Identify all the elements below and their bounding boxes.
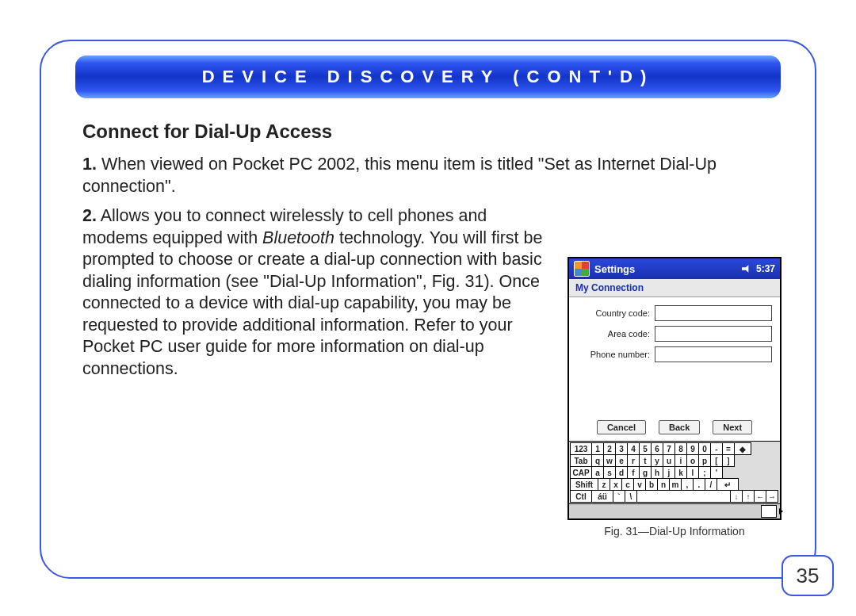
kbd-key[interactable]: ' (710, 466, 723, 479)
kbd-key[interactable]: i (674, 454, 687, 467)
kbd-key[interactable]: Ctl (570, 490, 592, 503)
page-number-badge: 35 (781, 555, 834, 596)
kbd-key[interactable]: e (615, 454, 628, 467)
list-number: 2. (82, 206, 97, 225)
row-country: Country code: (577, 305, 772, 321)
kbd-key[interactable]: c (621, 478, 634, 491)
kbd-key[interactable]: ← (754, 490, 766, 503)
kbd-key[interactable]: ◆ (734, 442, 751, 455)
kbd-row-5: Ctláü`\ ↓↑←→ (571, 490, 778, 502)
row-phone: Phone number: (577, 346, 772, 362)
input-country[interactable] (655, 305, 772, 321)
kbd-key[interactable]: p (698, 454, 711, 467)
kbd-key[interactable]: áü (591, 490, 613, 503)
figure-box: Settings 5:37 My Connection Country code… (567, 257, 781, 520)
kbd-key[interactable]: r (627, 454, 640, 467)
ppc-button-row: Cancel Back Next (569, 417, 780, 441)
kbd-key[interactable]: j (663, 466, 675, 479)
kbd-key[interactable]: m (669, 478, 682, 491)
kbd-key[interactable]: 7 (663, 442, 675, 455)
label-area: Area code: (577, 329, 655, 339)
kbd-key[interactable]: 6 (651, 442, 663, 455)
kbd-key[interactable]: ↓ (730, 490, 743, 503)
kbd-key[interactable]: Tab (570, 454, 592, 467)
kbd-key[interactable]: / (705, 478, 717, 491)
kbd-key[interactable]: x (610, 478, 622, 491)
kbd-key[interactable]: 1 (591, 442, 604, 455)
kbd-key[interactable]: = (722, 442, 735, 455)
list-number: 1. (82, 155, 97, 174)
kbd-row-1: 1231234567890-=◆ (571, 442, 778, 454)
kbd-key[interactable] (636, 490, 731, 503)
keyboard-toggle-icon[interactable] (761, 505, 777, 518)
kbd-key[interactable]: CAP (570, 466, 592, 479)
section-banner: DEVICE DISCOVERY (CONT'D) (75, 55, 781, 98)
kbd-key[interactable]: ; (698, 466, 711, 479)
kbd-key[interactable]: s (603, 466, 616, 479)
kbd-key[interactable]: b (645, 478, 658, 491)
kbd-key[interactable]: Shift (570, 478, 598, 491)
ppc-titlebar: Settings 5:37 (569, 258, 780, 279)
kbd-key[interactable]: q (591, 454, 604, 467)
speaker-icon[interactable] (742, 264, 753, 274)
kbd-key[interactable]: ` (613, 490, 625, 503)
kbd-key[interactable]: o (686, 454, 699, 467)
kbd-key[interactable]: 2 (603, 442, 616, 455)
ppc-bottom-bar (569, 503, 780, 518)
cancel-button[interactable]: Cancel (597, 420, 646, 434)
kbd-key[interactable]: 5 (639, 442, 652, 455)
kbd-key[interactable]: - (710, 442, 723, 455)
paragraph-1-text: When viewed on Pocket PC 2002, this menu… (82, 155, 717, 196)
kbd-key[interactable]: y (651, 454, 663, 467)
kbd-key[interactable]: 4 (627, 442, 640, 455)
next-button[interactable]: Next (713, 420, 752, 434)
kbd-key[interactable]: ] (722, 454, 735, 467)
kbd-key[interactable]: [ (710, 454, 723, 467)
kbd-key[interactable]: l (686, 466, 699, 479)
kbd-key[interactable]: \ (625, 490, 637, 503)
page-frame: DEVICE DISCOVERY (CONT'D) Connect for Di… (40, 40, 816, 579)
kbd-row-4: Shiftzxcvbnm,./↵ (571, 478, 778, 490)
input-area[interactable] (655, 326, 772, 342)
kbd-key[interactable]: f (627, 466, 640, 479)
kbd-key[interactable]: ↵ (717, 478, 739, 491)
kbd-key[interactable]: z (598, 478, 610, 491)
kbd-key[interactable]: u (663, 454, 675, 467)
kbd-key[interactable]: n (657, 478, 670, 491)
kbd-key[interactable]: , (681, 478, 694, 491)
ppc-subtitle: My Connection (569, 279, 780, 297)
paragraph-2-tail: technology. You will first be prompted t… (82, 228, 542, 378)
kbd-key[interactable]: v (633, 478, 646, 491)
kbd-row-2: Tabqwertyuiop[] (571, 454, 778, 466)
start-icon[interactable] (574, 261, 590, 277)
kbd-key[interactable]: a (591, 466, 604, 479)
pocketpc-screenshot: Settings 5:37 My Connection Country code… (567, 257, 781, 520)
body-area: 1. When viewed on Pocket PC 2002, this m… (82, 154, 774, 380)
kbd-key[interactable]: ↑ (742, 490, 755, 503)
kbd-row-3: CAPasdfghjkl;' (571, 466, 778, 478)
input-phone[interactable] (655, 346, 772, 362)
ppc-keyboard[interactable]: 1231234567890-=◆ Tabqwertyuiop[] CAPasdf… (569, 441, 780, 503)
kbd-key[interactable]: w (603, 454, 616, 467)
paragraph-1: 1. When viewed on Pocket PC 2002, this m… (82, 154, 774, 197)
kbd-key[interactable]: d (615, 466, 628, 479)
back-button[interactable]: Back (659, 420, 700, 434)
kbd-key[interactable]: 0 (698, 442, 711, 455)
row-area: Area code: (577, 326, 772, 342)
kbd-key[interactable]: 123 (570, 442, 592, 455)
kbd-key[interactable]: 9 (686, 442, 699, 455)
kbd-key[interactable]: . (693, 478, 705, 491)
kbd-key[interactable]: 3 (615, 442, 628, 455)
kbd-key[interactable]: h (651, 466, 663, 479)
ppc-form: Country code: Area code: Phone number: (569, 297, 780, 417)
kbd-key[interactable]: → (766, 490, 778, 503)
kbd-key[interactable]: t (639, 454, 652, 467)
label-phone: Phone number: (577, 350, 655, 359)
figure-caption: Fig. 31—Dial-Up Information (567, 525, 781, 538)
kbd-key[interactable]: 8 (674, 442, 687, 455)
kbd-key[interactable]: g (639, 466, 652, 479)
kbd-key[interactable]: k (674, 466, 687, 479)
section-title: DEVICE DISCOVERY (CONT'D) (202, 67, 655, 87)
ppc-clock: 5:37 (756, 263, 775, 274)
label-country: Country code: (577, 308, 655, 318)
